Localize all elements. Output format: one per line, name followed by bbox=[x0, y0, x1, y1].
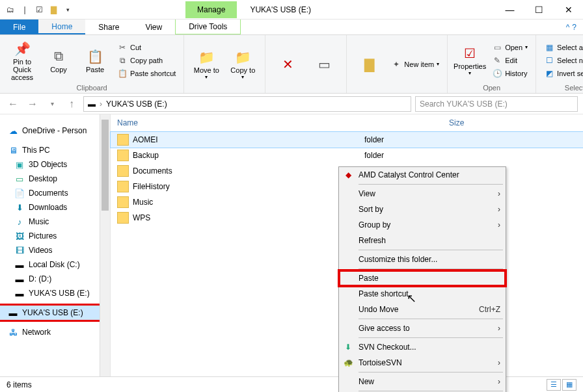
qat-dropdown-icon[interactable]: ▾ bbox=[62, 5, 73, 15]
app-icon: 🗂 bbox=[5, 5, 16, 15]
nav-local-disk-c[interactable]: ▬Local Disk (C:) bbox=[0, 257, 110, 272]
documents-icon: 📄 bbox=[14, 188, 25, 198]
ctx-tortoisesvn[interactable]: 🐢TortoiseSVN› bbox=[339, 355, 506, 371]
new-item-button[interactable]: ✦New item▾ bbox=[388, 59, 442, 70]
maximize-button[interactable]: ☐ bbox=[524, 0, 554, 20]
select-group-label: Select bbox=[541, 83, 583, 92]
tab-home[interactable]: Home bbox=[38, 20, 85, 34]
help-icon[interactable]: ? bbox=[572, 23, 576, 32]
qat-folder-icon[interactable]: ▇ bbox=[48, 5, 59, 15]
nav-drive-d[interactable]: ▬D: (D:) bbox=[0, 272, 110, 286]
nav-yukas-usb-2[interactable]: ▬YUKA'S USB (E:) bbox=[0, 306, 110, 320]
up-button[interactable]: ↑ bbox=[64, 96, 79, 112]
nav-yukas-usb-1[interactable]: ▬YUKA'S USB (E:) bbox=[0, 286, 110, 300]
music-icon: ♪ bbox=[14, 216, 25, 227]
properties-button[interactable]: ☑Properties▾ bbox=[453, 38, 487, 83]
select-none-icon: ☐ bbox=[544, 55, 554, 66]
ribbon-context-tab: Manage bbox=[185, 1, 237, 18]
copy-path-button[interactable]: ⧉Copy path bbox=[115, 55, 178, 66]
ribbon-collapse-icon[interactable]: ^ bbox=[566, 23, 570, 32]
move-to-icon: 📁 bbox=[197, 48, 215, 66]
ctx-paste-shortcut[interactable]: Paste shortcut bbox=[339, 286, 506, 302]
nav-this-pc[interactable]: 🖥This PC bbox=[0, 143, 110, 157]
paste-button[interactable]: 📋Paste bbox=[78, 38, 112, 83]
new-folder-button[interactable]: ▇ bbox=[352, 38, 386, 90]
videos-icon: 🎞 bbox=[14, 245, 25, 255]
nav-music[interactable]: ♪Music bbox=[0, 215, 110, 229]
select-none-button[interactable]: ☐Select none bbox=[541, 55, 583, 66]
folder-icon bbox=[117, 212, 129, 224]
nav-network[interactable]: 🖧Network bbox=[0, 325, 110, 339]
close-button[interactable]: ✕ bbox=[554, 0, 583, 20]
ctx-view[interactable]: View› bbox=[339, 186, 506, 202]
ctx-undo-move[interactable]: Undo MoveCtrl+Z bbox=[339, 302, 506, 317]
ctx-refresh[interactable]: Refresh bbox=[339, 233, 506, 248]
copy-button[interactable]: ⧉Copy bbox=[42, 38, 75, 83]
column-size[interactable]: Size bbox=[449, 118, 501, 127]
file-row[interactable]: AOMEIfolder bbox=[111, 132, 583, 148]
downloads-icon: ⬇ bbox=[14, 202, 25, 213]
address-path[interactable]: ▬ › YUKA'S USB (E:) bbox=[83, 96, 411, 112]
nav-documents[interactable]: 📄Documents bbox=[0, 186, 110, 200]
nav-onedrive[interactable]: ☁OneDrive - Person bbox=[0, 124, 110, 138]
column-modified[interactable] bbox=[254, 118, 364, 127]
ctx-amd[interactable]: ◆AMD Catalyst Control Center bbox=[339, 167, 506, 183]
svn-icon: ⬇ bbox=[343, 342, 353, 352]
amd-icon: ◆ bbox=[343, 170, 353, 180]
nav-pictures[interactable]: 🖼Pictures bbox=[0, 229, 110, 243]
ctx-customize-folder[interactable]: Customize this folder... bbox=[339, 252, 506, 267]
paste-shortcut-button[interactable]: 📋Paste shortcut bbox=[115, 68, 178, 79]
copy-to-button[interactable]: 📁Copy to▾ bbox=[226, 38, 260, 90]
cut-button[interactable]: ✂Cut bbox=[115, 42, 178, 53]
back-button[interactable]: ← bbox=[5, 96, 21, 112]
navpane-scrollbar[interactable] bbox=[100, 114, 110, 376]
tab-file[interactable]: File bbox=[0, 20, 38, 34]
clipboard-group-label: Clipboard bbox=[5, 83, 178, 92]
drive-icon: ▬ bbox=[88, 99, 96, 109]
edit-button[interactable]: ✎Edit bbox=[489, 55, 530, 66]
nav-3d-objects[interactable]: ▣3D Objects bbox=[0, 157, 110, 172]
view-large-icons-button[interactable]: ▦ bbox=[562, 379, 576, 391]
open-button[interactable]: ▭Open▾ bbox=[489, 42, 530, 53]
ctx-paste[interactable]: Paste bbox=[339, 270, 506, 286]
edit-icon: ✎ bbox=[492, 55, 502, 66]
history-button[interactable]: 🕒History bbox=[489, 68, 530, 79]
column-name[interactable]: Name bbox=[117, 118, 254, 127]
recent-dropdown[interactable]: ▾ bbox=[44, 96, 60, 112]
copy-to-icon: 📁 bbox=[234, 48, 252, 66]
ctx-sort-by[interactable]: Sort by› bbox=[339, 202, 506, 217]
tab-share[interactable]: Share bbox=[85, 20, 132, 34]
folder-icon bbox=[117, 181, 129, 192]
search-input[interactable]: Search YUKA'S USB (E:) bbox=[415, 96, 578, 112]
minimize-button[interactable]: — bbox=[495, 0, 524, 20]
delete-button[interactable]: ✕ bbox=[271, 38, 305, 90]
folder-icon bbox=[117, 196, 129, 208]
nav-desktop[interactable]: ▭Desktop bbox=[0, 172, 110, 186]
invert-selection-button[interactable]: ◩Invert selection bbox=[541, 68, 583, 79]
column-type[interactable] bbox=[364, 118, 449, 127]
desktop-icon: ▭ bbox=[14, 174, 25, 184]
pin-to-quick-access-button[interactable]: 📌Pin to Quick access bbox=[5, 38, 39, 83]
forward-button[interactable]: → bbox=[25, 96, 40, 112]
rename-button[interactable]: ▭ bbox=[307, 38, 341, 90]
cut-icon: ✂ bbox=[117, 42, 128, 53]
folder-icon bbox=[117, 134, 129, 146]
ctx-give-access-to[interactable]: Give access to› bbox=[339, 320, 506, 336]
select-all-button[interactable]: ▦Select all bbox=[541, 42, 583, 53]
qat-checkbox-icon[interactable]: ☑ bbox=[34, 5, 44, 15]
file-row[interactable]: Backupfolder bbox=[111, 148, 583, 163]
tab-view[interactable]: View bbox=[132, 20, 175, 34]
context-menu: ◆AMD Catalyst Control Center View› Sort … bbox=[338, 166, 506, 392]
view-details-button[interactable]: ☰ bbox=[547, 379, 561, 391]
ctx-new[interactable]: New› bbox=[339, 374, 506, 389]
nav-videos[interactable]: 🎞Videos bbox=[0, 243, 110, 257]
tab-drive-tools[interactable]: Drive Tools bbox=[175, 20, 241, 34]
this-pc-icon: 🖥 bbox=[8, 145, 18, 155]
move-to-button[interactable]: 📁Move to▾ bbox=[189, 38, 223, 90]
rename-icon: ▭ bbox=[315, 55, 333, 73]
ctx-svn-checkout[interactable]: ⬇SVN Checkout... bbox=[339, 339, 506, 355]
ctx-group-by[interactable]: Group by› bbox=[339, 217, 506, 233]
delete-icon: ✕ bbox=[278, 55, 297, 73]
nav-downloads[interactable]: ⬇Downloads bbox=[0, 200, 110, 215]
paste-shortcut-icon: 📋 bbox=[117, 68, 128, 79]
